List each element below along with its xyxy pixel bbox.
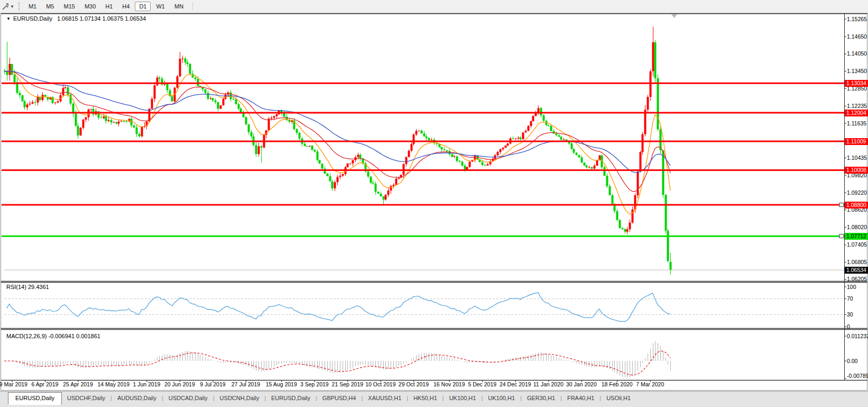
timeframe-button-h4[interactable]: H4 [118,2,134,11]
toolbar: ▼ M1M5M15M30H1H4D1W1MN [0,0,868,13]
chart-tab-9[interactable]: UK100,H1 [444,393,482,404]
timeframe-button-m15[interactable]: M15 [59,2,79,11]
chart-tab-2[interactable]: AUDUSD,Daily [112,393,162,404]
slow-ma-line [4,71,670,173]
timeframe-toolbar: M1M5M15M30H1H4D1W1MN [24,2,188,11]
timeframe-button-m1[interactable]: M1 [24,2,41,11]
chart-tab-4[interactable]: USDCNH,Daily [215,393,265,404]
chart-tab-13[interactable]: USOil,H1 [601,393,636,404]
macd-histogram [5,341,671,378]
rsi-line [7,293,670,322]
mid-ma-line [4,71,670,192]
timeframe-button-h1[interactable]: H1 [101,2,117,11]
chart-tab-1[interactable]: USDCHF,Daily [62,393,110,404]
chart-tab-10[interactable]: UK100,H1 [483,393,520,404]
toolbar-separator [192,2,193,11]
timeframe-button-m5[interactable]: M5 [42,2,58,11]
timeframe-button-m30[interactable]: M30 [80,2,100,11]
chart-tabs: EURUSD,DailyUSDCHF,Daily|AUDUSD,Daily|US… [8,392,636,405]
fast-ma-line [4,70,670,214]
mt4-window: ▼ M1M5M15M30H1H4D1W1MN ▼EURUSD,Daily1.06… [0,0,868,407]
chart-tab-8[interactable]: HK50,H1 [408,393,442,404]
chart-tab-11[interactable]: GER30,H1 [522,393,560,404]
toolbar-grip[interactable] [19,2,20,11]
timeframe-button-w1[interactable]: W1 [152,2,169,11]
timeframe-button-mn[interactable]: MN [170,2,188,11]
hline-handle[interactable] [839,234,844,238]
chart-tab-bar: EURUSD,DailyUSDCHF,Daily|AUDUSD,Daily|US… [0,391,868,407]
chart-tab-6[interactable]: GBPUSD,H4 [317,393,362,404]
chart-tab-5[interactable]: EURUSD,Daily [266,393,316,404]
dropdown-caret-icon[interactable]: ▼ [10,4,14,9]
drawing-tool-icon[interactable] [1,2,10,11]
timeframe-button-d1[interactable]: D1 [135,2,151,11]
candles [4,26,672,274]
chart-tab-0[interactable]: EURUSD,Daily [8,392,62,405]
chart-shift-marker[interactable] [671,14,677,18]
price-chart-canvas[interactable] [0,0,868,407]
hline-handle[interactable] [839,203,844,207]
chart-tab-12[interactable]: FRA40,H1 [562,393,599,404]
chart-tab-3[interactable]: USDCAD,Daily [163,393,213,404]
chart-tab-7[interactable]: XAUUSD,H1 [363,393,407,404]
